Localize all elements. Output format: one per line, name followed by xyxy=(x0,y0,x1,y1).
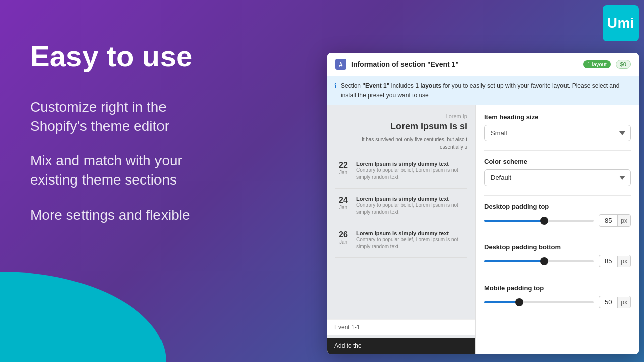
preview-hero: Lorem Ipsum is si xyxy=(335,121,467,132)
desktop-padding-top-value-box: 85 px xyxy=(599,214,631,227)
color-scheme-label: Color scheme xyxy=(484,158,631,165)
divider xyxy=(484,195,631,196)
hash-icon: # xyxy=(335,59,346,70)
desktop-padding-bottom-track xyxy=(484,260,594,262)
desktop-padding-top-unit: px xyxy=(617,215,630,226)
desktop-padding-bottom-section: Desktop padding bottom 85 px xyxy=(484,243,631,267)
mobile-padding-top-slider-row: 50 px xyxy=(484,296,631,308)
desktop-padding-top-value: 85 xyxy=(599,215,617,226)
info-icon: ℹ xyxy=(334,82,337,90)
left-panel: Easy to use Customize right in theShopif… xyxy=(0,0,322,362)
mobile-padding-top-fill xyxy=(484,301,519,303)
heading-size-section: Item heading size Small Medium Large xyxy=(484,113,631,141)
desktop-padding-bottom-unit: px xyxy=(617,256,630,267)
mobile-padding-top-thumb[interactable] xyxy=(515,298,523,306)
info-text: Section "Event 1" includes 1 layouts for… xyxy=(341,81,632,100)
preview-inner: Lorem Ip Lorem Ipsum is si It has surviv… xyxy=(327,105,475,354)
price-badge: $0 xyxy=(616,60,631,69)
content-area: Lorem Ip Lorem Ipsum is si It has surviv… xyxy=(327,105,639,354)
desktop-padding-bottom-slider-row: 85 px xyxy=(484,255,631,267)
divider xyxy=(484,236,631,236)
ui-screenshot-panel: # Information of section "Event 1" 1 lay… xyxy=(327,53,639,354)
event-row: 26 Jan Lorem Ipsum is simply dummy text … xyxy=(335,230,467,258)
mobile-padding-top-section: Mobile padding top 50 px xyxy=(484,284,631,308)
mobile-padding-top-label: Mobile padding top xyxy=(484,284,631,292)
info-bar: ℹ Section "Event 1" includes 1 layouts f… xyxy=(327,76,639,105)
divider xyxy=(484,277,631,277)
event-info: Lorem Ipsum is simply dummy text Contrar… xyxy=(356,196,467,216)
desktop-padding-bottom-value: 85 xyxy=(599,255,617,267)
layout-badge: 1 layout xyxy=(583,60,611,68)
add-to-bar: Add to the xyxy=(327,338,475,354)
event-row: 24 Jan Lorem Ipsum is simply dummy text … xyxy=(335,196,467,223)
umi-logo: Umi xyxy=(603,5,639,41)
event-name-bar: Event 1-1 xyxy=(327,319,475,335)
color-scheme-section: Color scheme Default Inverse Custom xyxy=(484,158,631,186)
desktop-padding-bottom-value-box: 85 px xyxy=(599,255,631,267)
modal-header: # Information of section "Event 1" 1 lay… xyxy=(327,53,639,76)
divider xyxy=(484,150,631,151)
preview-body: It has survived not only five centuries,… xyxy=(335,136,467,151)
event-date: 24 Jan xyxy=(335,196,351,216)
modal-title: Information of section "Event 1" xyxy=(351,60,578,68)
preview-pane: Lorem Ip Lorem Ipsum is si It has surviv… xyxy=(327,105,475,354)
event-date: 26 Jan xyxy=(335,230,351,250)
event-info: Lorem Ipsum is simply dummy text Contrar… xyxy=(356,161,467,181)
desktop-padding-bottom-label: Desktop padding bottom xyxy=(484,243,631,251)
mobile-padding-top-value-box: 50 px xyxy=(599,296,631,308)
heading-size-select[interactable]: Small Medium Large xyxy=(484,125,631,141)
settings-pane: Item heading size Small Medium Large Col… xyxy=(475,105,639,354)
mobile-padding-top-value: 50 xyxy=(599,296,617,308)
subtitle-3: More settings and flexible xyxy=(30,206,292,225)
event-info: Lorem Ipsum is simply dummy text Contrar… xyxy=(356,230,467,250)
desktop-padding-bottom-thumb[interactable] xyxy=(540,257,548,265)
desktop-padding-top-thumb[interactable] xyxy=(540,217,548,225)
event-row: 22 Jan Lorem Ipsum is simply dummy text … xyxy=(335,161,467,189)
desktop-padding-bottom-fill xyxy=(484,260,544,262)
desktop-padding-top-track xyxy=(484,220,594,222)
desktop-padding-top-fill xyxy=(484,220,544,222)
subtitle-1: Customize right in theShopify's theme ed… xyxy=(30,98,292,136)
page-title: Easy to use xyxy=(30,40,292,72)
mobile-padding-top-track xyxy=(484,301,594,303)
heading-size-label: Item heading size xyxy=(484,113,631,121)
color-scheme-select[interactable]: Default Inverse Custom xyxy=(484,169,631,186)
event-date: 22 Jan xyxy=(335,161,351,181)
desktop-padding-top-label: Desktop padding top xyxy=(484,203,631,210)
subtitle-2: Mix and match with yourexisting theme se… xyxy=(30,151,292,190)
preview-placeholder: Lorem Ip xyxy=(335,113,467,119)
desktop-padding-top-slider-row: 85 px xyxy=(484,214,631,227)
desktop-padding-top-section: Desktop padding top 85 px xyxy=(484,203,631,227)
mobile-padding-top-unit: px xyxy=(617,297,630,308)
